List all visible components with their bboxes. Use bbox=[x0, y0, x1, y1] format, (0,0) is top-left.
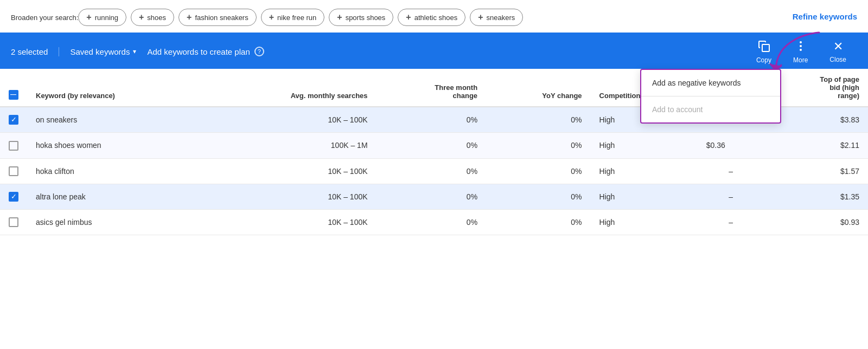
copy-label: Copy bbox=[756, 56, 771, 64]
chip-label: nike free run bbox=[277, 14, 316, 22]
top-bid-cell: $2.11 bbox=[764, 133, 868, 158]
table-row: hoka clifton 10K – 100K 0% 0% High – $1.… bbox=[0, 158, 868, 184]
chip-label: sneakers bbox=[487, 14, 515, 22]
select-all-header[interactable] bbox=[0, 69, 27, 107]
close-label: Close bbox=[829, 56, 846, 63]
table-section: Keyword (by relevance) Avg. monthly sear… bbox=[0, 69, 868, 235]
add-to-account-item[interactable]: Add to account bbox=[641, 96, 780, 122]
copy-button[interactable]: Copy bbox=[745, 35, 782, 68]
more-label: More bbox=[793, 56, 808, 64]
chip-fashion-sneakers[interactable]: + fashion sneakers bbox=[178, 9, 257, 26]
chip-nike-free-run[interactable]: + nike free run bbox=[261, 9, 325, 26]
svg-point-4 bbox=[800, 49, 802, 51]
svg-point-2 bbox=[800, 41, 802, 43]
monthly-cell: 10K – 100K bbox=[204, 158, 376, 184]
chip-label: running bbox=[95, 14, 118, 22]
close-icon: ✕ bbox=[833, 40, 843, 54]
plus-icon: + bbox=[187, 12, 192, 22]
yoy-cell: 0% bbox=[486, 133, 590, 158]
chip-label: shoes bbox=[147, 14, 166, 22]
plus-icon: + bbox=[406, 12, 411, 22]
svg-rect-1 bbox=[762, 44, 769, 51]
competition-cell: High bbox=[591, 158, 698, 184]
ad-cell: – bbox=[698, 158, 764, 184]
broaden-search-section: Broaden your search: + running + shoes +… bbox=[0, 0, 868, 34]
top-bid-cell: $0.93 bbox=[764, 210, 868, 235]
yoy-cell: 0% bbox=[486, 184, 590, 209]
close-button[interactable]: ✕ Close bbox=[819, 35, 857, 68]
three-month-cell: 0% bbox=[376, 133, 487, 158]
top-bid-cell: $1.35 bbox=[764, 184, 868, 209]
add-to-plan-section: Add keywords to create plan ? bbox=[147, 47, 745, 56]
chip-athletic-shoes[interactable]: + athletic shoes bbox=[398, 9, 465, 26]
chip-sneakers[interactable]: + sneakers bbox=[470, 9, 523, 26]
chip-label: athletic shoes bbox=[414, 14, 458, 22]
saved-keywords-button[interactable]: Saved keywords ▾ bbox=[70, 47, 147, 56]
yoy-cell: 0% bbox=[486, 210, 590, 235]
keyword-cell: on sneakers bbox=[27, 107, 204, 133]
top-bid-cell: $1.57 bbox=[764, 158, 868, 184]
keyword-cell: hoka shoes women bbox=[27, 133, 204, 158]
saved-keywords-label: Saved keywords bbox=[70, 47, 130, 56]
competition-cell: High bbox=[591, 210, 698, 235]
row-checkbox-cell[interactable] bbox=[0, 158, 27, 184]
chip-label: fashion sneakers bbox=[195, 14, 248, 22]
three-month-cell: 0% bbox=[376, 107, 487, 133]
help-icon[interactable]: ? bbox=[254, 47, 264, 56]
ad-cell: – bbox=[698, 184, 764, 209]
yoy-cell: 0% bbox=[486, 158, 590, 184]
more-button[interactable]: More bbox=[782, 35, 819, 68]
yoy-cell: 0% bbox=[486, 107, 590, 133]
chip-label: sports shoes bbox=[346, 14, 386, 22]
row-checkbox-cell[interactable] bbox=[0, 107, 27, 133]
chevron-down-icon: ▾ bbox=[133, 48, 136, 55]
chips-container: + running + shoes + fashion sneakers + n… bbox=[78, 9, 792, 26]
yoy-header: YoY change bbox=[486, 69, 590, 107]
keyword-header: Keyword (by relevance) bbox=[27, 69, 204, 107]
monthly-cell: 10K – 100K bbox=[204, 210, 376, 235]
chip-sports-shoes[interactable]: + sports shoes bbox=[329, 9, 393, 26]
plus-icon: + bbox=[139, 12, 144, 22]
monthly-searches-header: Avg. monthly searches bbox=[204, 69, 376, 107]
table-row: asics gel nimbus 10K – 100K 0% 0% High –… bbox=[0, 210, 868, 235]
keyword-cell: hoka clifton bbox=[27, 158, 204, 184]
chip-shoes[interactable]: + shoes bbox=[131, 9, 174, 26]
monthly-cell: 10K – 100K bbox=[204, 107, 376, 133]
refine-keywords-link[interactable]: Refine keywords bbox=[793, 9, 857, 22]
row-checkbox-cell[interactable] bbox=[0, 133, 27, 158]
more-icon bbox=[794, 40, 807, 54]
broaden-label: Broaden your search: bbox=[11, 9, 78, 23]
three-month-cell: 0% bbox=[376, 158, 487, 184]
select-all-checkbox[interactable] bbox=[9, 90, 18, 100]
row-checkbox[interactable] bbox=[9, 192, 18, 202]
keyword-cell: altra lone peak bbox=[27, 184, 204, 209]
three-month-cell: 0% bbox=[376, 184, 487, 209]
three-month-header: Three monthchange bbox=[376, 69, 487, 107]
toolbar-actions: Copy More ✕ Close bbox=[745, 35, 857, 68]
competition-cell: High bbox=[591, 184, 698, 209]
plus-icon: + bbox=[269, 12, 274, 22]
selected-count: 2 selected bbox=[11, 47, 59, 56]
three-month-cell: 0% bbox=[376, 210, 487, 235]
ad-cell: $0.36 bbox=[698, 133, 764, 158]
plus-icon: + bbox=[86, 12, 91, 22]
plus-icon: + bbox=[337, 12, 342, 22]
row-checkbox[interactable] bbox=[9, 166, 18, 176]
row-checkbox[interactable] bbox=[9, 115, 18, 125]
row-checkbox[interactable] bbox=[9, 217, 18, 227]
chip-running[interactable]: + running bbox=[78, 9, 126, 26]
monthly-cell: 100K – 1M bbox=[204, 133, 376, 158]
ad-cell: – bbox=[698, 210, 764, 235]
selection-toolbar: 2 selected Saved keywords ▾ Add keywords… bbox=[0, 34, 868, 69]
monthly-cell: 10K – 100K bbox=[204, 184, 376, 209]
svg-point-3 bbox=[800, 45, 802, 47]
keyword-cell: asics gel nimbus bbox=[27, 210, 204, 235]
add-negative-keywords-item[interactable]: Add as negative keywords bbox=[641, 70, 780, 96]
row-checkbox[interactable] bbox=[9, 141, 18, 151]
copy-icon bbox=[757, 40, 770, 54]
competition-cell: High bbox=[591, 133, 698, 158]
table-row: altra lone peak 10K – 100K 0% 0% High – … bbox=[0, 184, 868, 209]
table-row: hoka shoes women 100K – 1M 0% 0% High $0… bbox=[0, 133, 868, 158]
row-checkbox-cell[interactable] bbox=[0, 210, 27, 235]
row-checkbox-cell[interactable] bbox=[0, 184, 27, 209]
